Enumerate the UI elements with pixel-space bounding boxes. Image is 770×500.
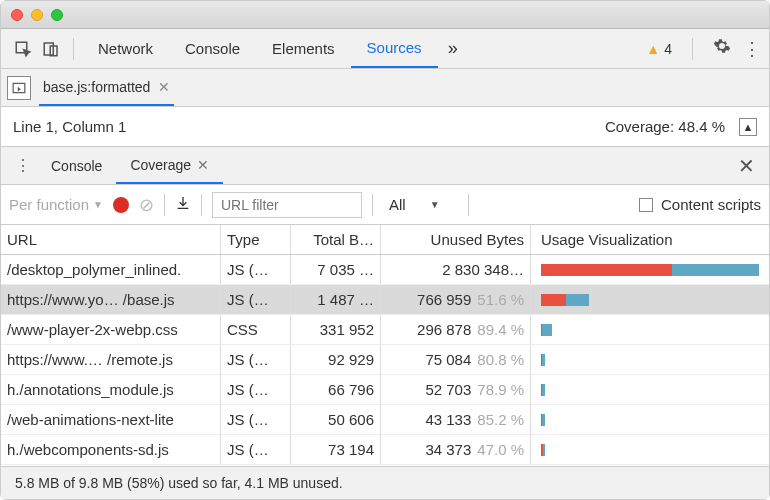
clear-button[interactable]: ⊘ (139, 194, 154, 216)
cell-unused: 2 830 348… (381, 255, 531, 284)
drawer-more-icon[interactable]: ⋮ (9, 156, 37, 175)
table-row[interactable]: https://www.yo… /base.jsJS (…1 487 …766 … (1, 285, 769, 315)
separator (201, 194, 202, 216)
cell-type: JS (… (221, 435, 291, 464)
cell-viz (531, 285, 769, 314)
close-drawer-tab-icon[interactable]: ✕ (197, 157, 209, 173)
coverage-summary-text: 5.8 MB of 9.8 MB (58%) used so far, 4.1 … (15, 475, 343, 491)
col-total-bytes[interactable]: Total B… (291, 225, 381, 254)
cell-type: JS (… (221, 255, 291, 284)
cell-url: h./annotations_module.js (1, 375, 221, 404)
cell-total: 1 487 … (291, 285, 381, 314)
cell-unused: 43 13385.2 % (381, 405, 531, 434)
coverage-table: URL Type Total B… Unused Bytes Usage Vis… (1, 225, 769, 467)
more-tabs-button[interactable]: » (438, 38, 468, 59)
close-window-button[interactable] (11, 9, 23, 21)
cell-type: JS (… (221, 375, 291, 404)
cell-unused: 766 95951.6 % (381, 285, 531, 314)
cell-url: https://www.… /remote.js (1, 345, 221, 374)
drawer-tab-console[interactable]: Console (37, 147, 116, 184)
cell-type: JS (… (221, 345, 291, 374)
cell-unused: 75 08480.8 % (381, 345, 531, 374)
tab-console[interactable]: Console (169, 29, 256, 68)
warning-count: 4 (664, 41, 672, 57)
file-tab-label: base.js:formatted (43, 79, 150, 95)
table-header: URL Type Total B… Unused Bytes Usage Vis… (1, 225, 769, 255)
settings-icon[interactable] (713, 37, 731, 60)
minimize-window-button[interactable] (31, 9, 43, 21)
cell-total: 7 035 … (291, 255, 381, 284)
navigator-toggle-icon[interactable] (7, 76, 31, 100)
col-usage-viz[interactable]: Usage Visualization (531, 225, 769, 254)
file-tab-bar: base.js:formatted ✕ (1, 69, 769, 107)
cell-url: /www-player-2x-webp.css (1, 315, 221, 344)
cell-viz (531, 345, 769, 374)
separator (164, 194, 165, 216)
url-filter-input[interactable] (212, 192, 362, 218)
cell-total: 92 929 (291, 345, 381, 374)
table-row[interactable]: /www-player-2x-webp.cssCSS331 952296 878… (1, 315, 769, 345)
device-toggle-icon[interactable] (37, 35, 65, 63)
cell-total: 66 796 (291, 375, 381, 404)
warning-icon: ▲ (646, 41, 660, 57)
cell-viz (531, 405, 769, 434)
separator (372, 194, 373, 216)
window-titlebar (1, 1, 769, 29)
cell-unused: 52 70378.9 % (381, 375, 531, 404)
cell-viz (531, 375, 769, 404)
collapse-drawer-icon[interactable]: ▲ (739, 118, 757, 136)
tab-elements[interactable]: Elements (256, 29, 351, 68)
table-row[interactable]: https://www.… /remote.jsJS (…92 92975 08… (1, 345, 769, 375)
table-row[interactable]: /web-animations-next-liteJS (…50 60643 1… (1, 405, 769, 435)
drawer-tab-coverage[interactable]: Coverage ✕ (116, 147, 223, 184)
cell-viz (531, 315, 769, 344)
close-drawer-icon[interactable]: ✕ (732, 154, 761, 178)
status-bar: Line 1, Column 1 Coverage: 48.4 % ▲ (1, 107, 769, 147)
file-tab-active[interactable]: base.js:formatted ✕ (39, 69, 174, 106)
coverage-percent: Coverage: 48.4 % (605, 118, 725, 135)
cell-unused: 296 87889.4 % (381, 315, 531, 344)
col-unused-bytes[interactable]: Unused Bytes (381, 225, 531, 254)
coverage-controls: Per function▼ ⊘ All▼ Content scripts (1, 185, 769, 225)
cursor-position: Line 1, Column 1 (13, 118, 126, 135)
close-tab-icon[interactable]: ✕ (158, 79, 170, 95)
cell-type: JS (… (221, 405, 291, 434)
warnings-badge[interactable]: ▲ 4 (646, 41, 672, 57)
record-button[interactable] (113, 197, 129, 213)
cell-url: h./webcomponents-sd.js (1, 435, 221, 464)
inspect-element-icon[interactable] (9, 35, 37, 63)
separator (692, 38, 693, 60)
cell-viz (531, 255, 769, 284)
type-filter-select[interactable]: All▼ (383, 196, 458, 213)
cell-unused: 34 37347.0 % (381, 435, 531, 464)
cell-total: 50 606 (291, 405, 381, 434)
tab-sources[interactable]: Sources (351, 29, 438, 68)
cell-viz (531, 435, 769, 464)
table-row[interactable]: h./webcomponents-sd.jsJS (…73 19434 3734… (1, 435, 769, 465)
table-row[interactable]: h./annotations_module.jsJS (…66 79652 70… (1, 375, 769, 405)
separator (468, 194, 469, 216)
maximize-window-button[interactable] (51, 9, 63, 21)
content-scripts-label: Content scripts (661, 196, 761, 213)
cell-type: JS (… (221, 285, 291, 314)
coverage-mode-select[interactable]: Per function▼ (9, 196, 103, 213)
cell-type: CSS (221, 315, 291, 344)
more-menu-icon[interactable]: ⋮ (743, 38, 761, 60)
tab-network[interactable]: Network (82, 29, 169, 68)
coverage-summary-bar: 5.8 MB of 9.8 MB (58%) used so far, 4.1 … (1, 467, 769, 499)
cell-total: 73 194 (291, 435, 381, 464)
export-button[interactable] (175, 195, 191, 215)
cell-url: /desktop_polymer_inlined. (1, 255, 221, 284)
table-row[interactable]: /desktop_polymer_inlined.JS (…7 035 …2 8… (1, 255, 769, 285)
cell-url: /web-animations-next-lite (1, 405, 221, 434)
svg-rect-1 (44, 43, 53, 55)
col-type[interactable]: Type (221, 225, 291, 254)
cell-total: 331 952 (291, 315, 381, 344)
cell-url: https://www.yo… /base.js (1, 285, 221, 314)
main-toolbar: Network Console Elements Sources » ▲ 4 ⋮ (1, 29, 769, 69)
panel-tabs: Network Console Elements Sources (82, 29, 438, 68)
col-url[interactable]: URL (1, 225, 221, 254)
separator (73, 38, 74, 60)
drawer-tab-bar: ⋮ Console Coverage ✕ ✕ (1, 147, 769, 185)
content-scripts-checkbox[interactable] (639, 198, 653, 212)
